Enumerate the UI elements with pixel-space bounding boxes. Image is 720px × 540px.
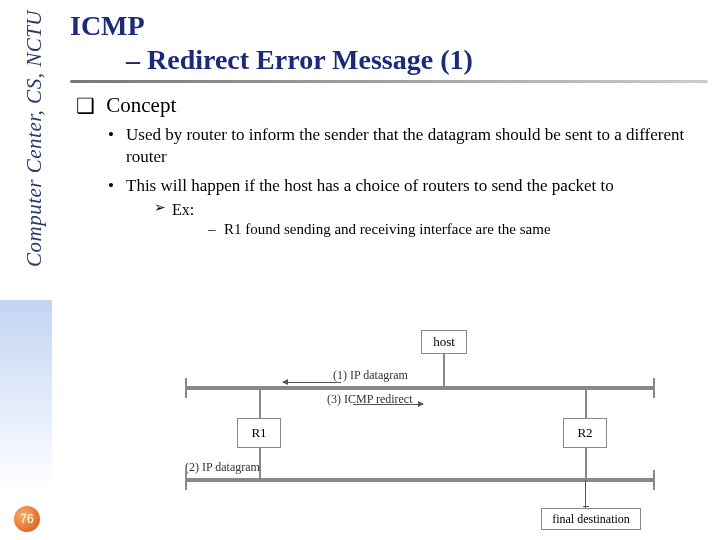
node-r1: R1 [237,418,281,448]
top-cable-right-end [653,378,655,398]
node-r2: R2 [563,418,607,448]
sidebar-gradient [0,300,52,490]
node-host: host [421,330,467,354]
content-area: ICMP – Redirect Error Message (1) ❑ Conc… [70,10,708,246]
bottom-cable-right-end [653,470,655,490]
label-1-ip-datagram: (1) IP datagram [333,368,408,383]
top-cable-left-end [185,378,187,398]
example-label: Ex: R1 found sending and receiving inter… [154,199,708,240]
network-diagram: host (1) IP datagram (3) ICMP redirect R… [185,330,665,530]
arrow-ip1 [283,382,341,383]
r2-top-stub [585,388,587,418]
subsub-list: R1 found sending and receiving interface… [208,220,708,240]
example-detail: R1 found sending and receiving interface… [208,220,708,240]
page-number-badge: 76 [14,506,40,532]
bullet-2-text: This will happen if the host has a choic… [126,176,614,195]
slide: Computer Center, CS, NCTU 76 ICMP – Redi… [0,0,720,540]
node-final-destination: final destination [541,508,641,530]
r2-bottom-stub [585,448,587,478]
bullet-2: This will happen if the host has a choic… [108,175,708,240]
title-underline [70,80,708,83]
sub-list: Ex: R1 found sending and receiving inter… [154,199,708,240]
final-arrowhead-bar [583,506,589,507]
bullet-list: Used by router to inform the sender that… [108,124,708,240]
title-line-1: ICMP [70,10,708,42]
section-heading-text: Concept [106,93,176,117]
arrow-icmp-redirect [353,404,423,405]
section-heading: ❑ Concept [76,93,708,118]
example-label-text: Ex: [172,201,194,218]
final-stub [585,480,586,508]
sidebar-org-text: Computer Center, CS, NCTU [22,10,47,267]
bullet-1: Used by router to inform the sender that… [108,124,708,169]
bottom-cable-left-end [185,470,187,490]
bullet-square-icon: ❑ [76,94,95,118]
title-line-2: – Redirect Error Message (1) [70,44,708,76]
label-2-ip-datagram: (2) IP datagram [185,460,260,475]
r1-top-stub [259,388,261,418]
host-stub [443,354,445,386]
